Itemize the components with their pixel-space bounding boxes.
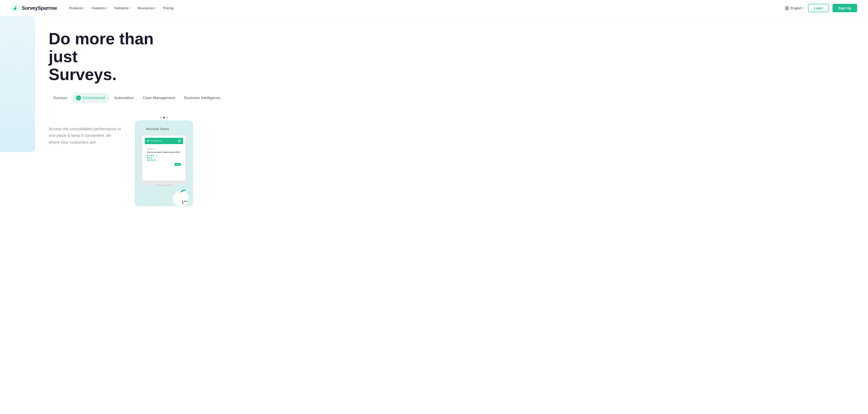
tab-active-icon: › [76, 95, 81, 100]
brand-name: SurveySparrow [22, 5, 57, 11]
nav-right: English ▾ Login Sign Up [785, 4, 857, 12]
mockup-logo-dot [147, 140, 149, 142]
language-label: English [790, 6, 802, 10]
logo[interactable]: SurveySparrow [11, 4, 57, 12]
left-decorative-bar [0, 16, 35, 152]
tab-case-management[interactable]: Case Management [138, 93, 180, 103]
laptop-mockup: SurveySparrow Question 4 How do you spen… [142, 135, 186, 185]
mockup-option-1 [147, 155, 181, 156]
mockup-brand: SurveySparrow [150, 140, 162, 141]
mockup-radio-icon-3 [147, 159, 149, 161]
mockup-question-label: Question 4 [147, 148, 181, 150]
mockup-close-icon [178, 139, 181, 142]
language-selector[interactable]: English ▾ [785, 6, 804, 10]
mockup-radio-icon [147, 155, 149, 156]
mockup-rating-row-3 [149, 159, 158, 161]
laptop-base [142, 182, 186, 185]
nav-resources[interactable]: Resources ▾ [134, 4, 159, 12]
feature-tabs: Surveys › Omnichannel Automation Case Ma… [49, 93, 857, 103]
description-text: Access the consolidated performance in o… [49, 126, 121, 146]
tab-automation[interactable]: Automation [110, 93, 138, 103]
mockup-app-header: SurveySparrow [145, 138, 183, 144]
resources-chevron-icon: ▾ [155, 7, 156, 9]
mockup-rating-row-1 [149, 155, 158, 156]
mockup-question-text: How do you spend a typical day at office… [147, 151, 181, 153]
lower-section: Access the consolidated performance in o… [49, 117, 857, 206]
signup-button[interactable]: Sign Up [833, 4, 857, 12]
mockup-survey-content: Question 4 How do you spend a typical da… [145, 147, 183, 168]
nav-solutions[interactable]: Solutions ▾ [111, 4, 133, 12]
card-dot-3 [166, 117, 168, 119]
card-dot-1 [160, 117, 162, 119]
nav-links: Products ▾ Features ▾ Solutions ▾ Resour… [66, 4, 785, 12]
main-content: Do more than just Surveys. Surveys › Omn… [0, 16, 868, 414]
card-dot-2 [163, 117, 165, 119]
tab-surveys[interactable]: Surveys [49, 93, 71, 103]
logo-icon [11, 4, 20, 12]
content-area: Do more than just Surveys. Surveys › Omn… [35, 16, 868, 414]
lang-chevron-icon: ▾ [803, 7, 804, 9]
nav-features[interactable]: Features ▾ [89, 4, 110, 12]
tab-business-intelligence[interactable]: Business Intelligence [180, 93, 225, 103]
solutions-chevron-icon: ▾ [129, 7, 130, 9]
products-chevron-icon: ▾ [83, 7, 84, 9]
laptop-screen-inner: SurveySparrow Question 4 How do you spen… [142, 135, 186, 181]
login-button[interactable]: Login [808, 4, 829, 12]
globe-icon [785, 6, 789, 10]
nav-pricing[interactable]: Pricing [160, 4, 177, 12]
tab-omnichannel[interactable]: › Omnichannel [71, 93, 110, 103]
mockup-option-3 [147, 159, 181, 161]
mockup-radio-icon-2 [147, 157, 149, 159]
preview-platform-label: Microsoft Teams [146, 127, 169, 131]
nav-products[interactable]: Products ▾ [66, 4, 88, 12]
laptop-screen: SurveySparrow Question 4 How do you spen… [142, 135, 186, 182]
apple-leaf-icon [180, 189, 186, 193]
navbar: SurveySparrow Products ▾ Features ▾ Solu… [0, 0, 868, 16]
mockup-rating-row-2 [149, 157, 158, 158]
features-chevron-icon: ▾ [106, 7, 107, 9]
mockup-button-row: Next [147, 163, 181, 166]
description-block: Access the consolidated performance in o… [49, 117, 121, 146]
mockup-next-button: Next [175, 163, 181, 166]
apple-decoration [170, 186, 189, 206]
mockup-option-2 [147, 157, 181, 159]
hero-headline: Do more than just Surveys. [49, 30, 180, 84]
preview-card: Microsoft Teams SurveySparrow [135, 120, 193, 206]
svg-point-1 [14, 8, 15, 9]
card-dots-indicator [160, 117, 168, 119]
apple-dots-decoration [182, 201, 188, 203]
